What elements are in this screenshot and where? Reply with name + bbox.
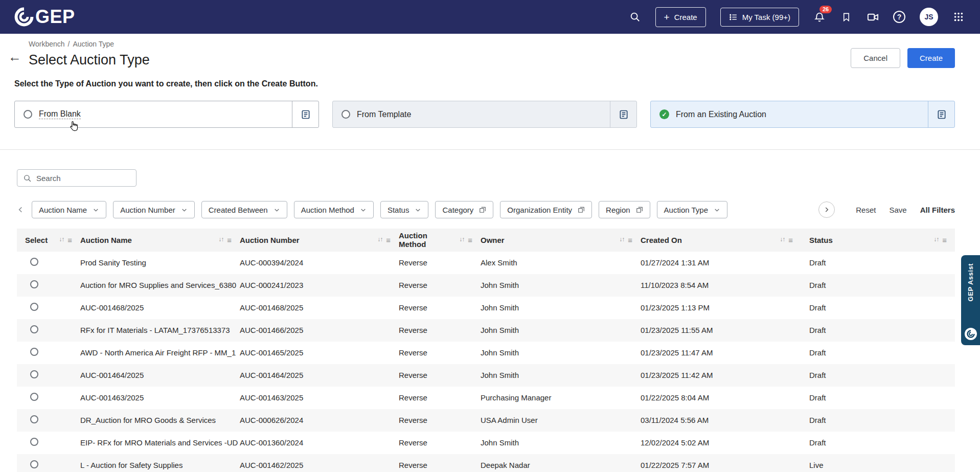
column-menu-icon[interactable]: ≡ xyxy=(942,236,947,244)
row-select-radio[interactable] xyxy=(30,303,38,311)
breadcrumb: Workbench / Auction Type xyxy=(29,40,150,48)
bookmark-icon[interactable] xyxy=(840,11,852,23)
apps-grid-icon[interactable] xyxy=(952,11,965,23)
option-card-from-blank[interactable]: From Blank xyxy=(14,101,319,128)
table-row[interactable]: AUC-001468/2025 AUC-001468/2025 Reverse … xyxy=(17,297,955,319)
sort-icon[interactable]: ↓↑ xyxy=(933,236,939,243)
video-icon[interactable] xyxy=(867,11,879,23)
filter-chip-auction-name[interactable]: Auction Name xyxy=(32,201,106,218)
search-input[interactable] xyxy=(36,174,130,183)
cell-status: Draft xyxy=(801,348,955,357)
row-select-radio[interactable] xyxy=(30,280,38,288)
chevron-down-icon xyxy=(360,207,367,213)
create-button-topbar[interactable]: + Create xyxy=(655,7,706,27)
row-select-radio[interactable] xyxy=(30,438,38,446)
gep-logo[interactable]: GEP xyxy=(14,6,75,28)
filter-chip-label: Region xyxy=(606,206,630,214)
table-row[interactable]: DR_Auction for MRO Goods & Services AUC-… xyxy=(17,409,955,432)
filter-chip-status[interactable]: Status xyxy=(380,201,429,218)
cell-auction-number: AUC-001466/2025 xyxy=(240,326,399,334)
back-arrow-icon[interactable]: ← xyxy=(8,50,21,63)
table-row[interactable]: L - Auction for Safety Supplies AUC-0014… xyxy=(17,454,955,472)
row-select-radio[interactable] xyxy=(30,370,38,378)
filter-chip-organization-entity[interactable]: Organization Entity xyxy=(500,201,592,218)
row-select-radio[interactable] xyxy=(30,460,38,468)
table-row[interactable]: AUC-001464/2025 AUC-001464/2025 Reverse … xyxy=(17,364,955,387)
save-filters-link[interactable]: Save xyxy=(889,206,906,214)
row-select-radio[interactable] xyxy=(30,393,38,401)
column-header-auction-method[interactable]: Auction Method ↓↑≡ xyxy=(399,229,481,252)
sort-icon[interactable]: ↓↑ xyxy=(218,236,223,243)
sort-icon[interactable]: ↓↑ xyxy=(780,236,785,243)
table-row[interactable]: Prod Sanity Testing AUC-000394/2024 Reve… xyxy=(17,252,955,274)
gep-assist-label: GEP Assist xyxy=(967,263,974,301)
row-select-radio[interactable] xyxy=(30,258,38,266)
row-select-radio[interactable] xyxy=(30,415,38,423)
gep-assist-tab[interactable]: GEP Assist xyxy=(961,255,980,345)
table-row[interactable]: RFx for IT Materials - LATAM_17376513373… xyxy=(17,319,955,342)
sort-icon[interactable]: ↓↑ xyxy=(377,236,382,243)
column-menu-icon[interactable]: ≡ xyxy=(67,236,72,244)
cell-auction-method: Reverse xyxy=(399,348,481,357)
sort-icon[interactable]: ↓↑ xyxy=(59,236,64,243)
search-icon[interactable] xyxy=(629,11,641,23)
cell-auction-number: AUC-001462/2025 xyxy=(240,461,399,469)
gep-assist-logo-icon xyxy=(965,328,977,340)
my-task-button[interactable]: My Task (99+) xyxy=(720,8,799,27)
row-select-radio[interactable] xyxy=(30,325,38,333)
instruction-text: Select the Type of Auction you want to c… xyxy=(14,79,955,88)
filter-row: Auction Name Auction Number Created Betw… xyxy=(17,201,955,218)
cell-created-on: 11/10/2023 8:54 AM xyxy=(641,281,801,289)
cell-owner: Purchasing Manager xyxy=(481,393,641,402)
column-menu-icon[interactable]: ≡ xyxy=(788,236,793,244)
option-card-from-template[interactable]: From Template xyxy=(332,101,637,128)
cancel-button[interactable]: Cancel xyxy=(851,48,900,68)
column-menu-icon[interactable]: ≡ xyxy=(386,236,391,244)
filter-chip-auction-number[interactable]: Auction Number xyxy=(113,201,195,218)
column-header-auction-name[interactable]: Auction Name ↓↑≡ xyxy=(80,233,240,247)
column-header-auction-number[interactable]: Auction Number ↓↑≡ xyxy=(240,233,399,247)
cell-auction-number: AUC-000626/2024 xyxy=(240,416,399,424)
radio-from-template[interactable] xyxy=(341,110,350,119)
table-row[interactable]: AWD - North America Air Freight RFP - MM… xyxy=(17,342,955,364)
option-doc-icon xyxy=(928,101,954,127)
reset-filters-link[interactable]: Reset xyxy=(856,206,876,214)
filter-chip-label: Auction Number xyxy=(120,206,175,214)
column-header-owner[interactable]: Owner ↓↑≡ xyxy=(481,233,641,247)
table-row[interactable]: AUC-001463/2025 AUC-001463/2025 Reverse … xyxy=(17,387,955,409)
filter-chip-region[interactable]: Region xyxy=(599,201,650,218)
user-avatar[interactable]: JS xyxy=(920,8,938,26)
radio-from-blank[interactable] xyxy=(24,110,32,119)
cell-owner: Deepak Nadar xyxy=(481,461,641,469)
row-select-radio[interactable] xyxy=(30,348,38,356)
breadcrumb-auction-type[interactable]: Auction Type xyxy=(73,40,114,48)
sort-icon[interactable]: ↓↑ xyxy=(619,236,624,243)
filter-chip-category[interactable]: Category xyxy=(435,201,493,218)
cell-owner: Alex Smith xyxy=(481,258,641,267)
create-button[interactable]: Create xyxy=(907,48,955,68)
column-header-select[interactable]: Select ↓↑≡ xyxy=(17,233,80,247)
filter-chip-auction-type[interactable]: Auction Type xyxy=(657,201,727,218)
table-row[interactable]: Auction for MRO Supplies and Services_63… xyxy=(17,274,955,297)
column-menu-icon[interactable]: ≡ xyxy=(227,236,232,244)
popup-window-icon xyxy=(479,206,486,213)
cell-created-on: 01/22/2025 8:04 AM xyxy=(641,393,801,402)
chevron-down-icon xyxy=(714,207,720,213)
breadcrumb-workbench[interactable]: Workbench xyxy=(29,40,65,48)
option-card-from-existing[interactable]: ✓ From an Existing Auction xyxy=(650,101,955,128)
column-menu-icon[interactable]: ≡ xyxy=(468,236,472,244)
cell-owner: John Smith xyxy=(481,303,641,312)
notifications-bell-icon[interactable]: 26 xyxy=(813,11,826,23)
filter-chip-auction-method[interactable]: Auction Method xyxy=(294,201,374,218)
column-menu-icon[interactable]: ≡ xyxy=(628,236,632,244)
filter-chip-created-between[interactable]: Created Between xyxy=(201,201,287,218)
column-header-status[interactable]: Status ↓↑≡ xyxy=(801,233,955,247)
table-row[interactable]: EIP- RFx for MRO Materials and Services … xyxy=(17,432,955,454)
column-header-created-on[interactable]: Created On ↓↑≡ xyxy=(641,233,801,247)
chevron-left-icon[interactable] xyxy=(17,206,25,214)
all-filters-link[interactable]: All Filters xyxy=(920,206,955,214)
cell-owner: John Smith xyxy=(481,438,641,447)
help-icon[interactable]: ? xyxy=(893,11,905,23)
chevron-right-button[interactable] xyxy=(818,201,835,218)
sort-icon[interactable]: ↓↑ xyxy=(459,236,464,243)
